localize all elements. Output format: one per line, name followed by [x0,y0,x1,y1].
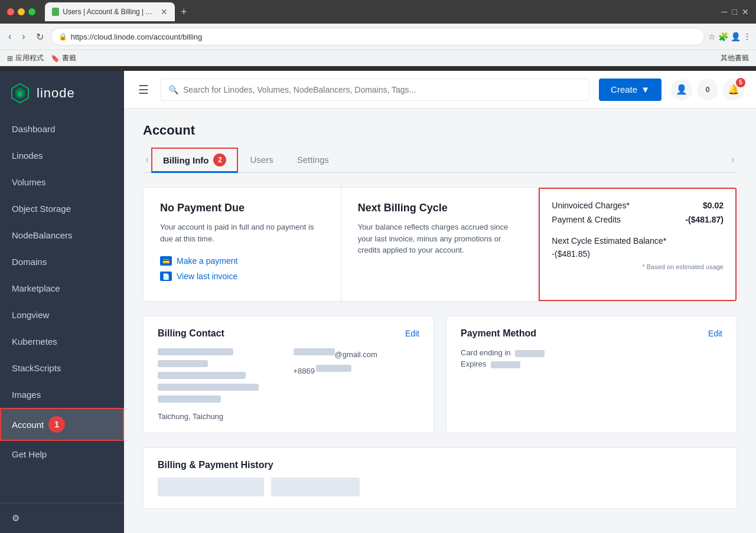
notification-count: 5 [736,78,745,87]
refresh-button[interactable]: ↻ [32,29,47,45]
sidebar-footer: ⚙ [0,503,124,533]
sidebar-item-stackscripts[interactable]: StackScripts [0,355,124,381]
card-ending-row: Card ending in [461,348,722,357]
maximize-btn[interactable] [28,8,35,15]
payment-credits-row: Payment & Credits -($481.87) [552,215,724,224]
browser-nav: ‹ › ↻ 🔒 https://cloud.linode.com/account… [0,24,756,50]
city-text: Taichung, Taichung [158,412,419,421]
user-profile-button[interactable]: 👤 [671,79,692,100]
tabs-container: ‹ Billing Info 2 Users Settings › [143,148,737,173]
gear-icon: ⚙ [12,513,19,524]
extensions-icon[interactable]: 🧩 [718,32,728,41]
sidebar-item-marketplace[interactable]: Marketplace [0,275,124,302]
notifications-zero-button[interactable]: 0 [697,79,718,100]
view-invoice-link[interactable]: 📄 View last invoice [160,272,324,281]
history-filter-1[interactable] [158,478,264,496]
billing-contact-header: Billing Contact Edit [158,328,419,339]
sidebar-item-images[interactable]: Images [0,381,124,408]
no-payment-desc: Your account is paid in full and no paym… [160,221,324,244]
card-number-redacted [515,350,545,357]
star-icon[interactable]: ☆ [708,32,716,41]
sidebar-object-storage-label: Object Storage [12,204,71,214]
forward-button[interactable]: › [18,29,28,44]
sidebar-item-account[interactable]: Account 1 [0,408,124,441]
close-window-icon[interactable]: ✕ [742,7,749,17]
menu-icon[interactable]: ⋮ [743,32,751,41]
payment-credits-value: -($481.87) [685,215,724,224]
sidebar-get-help-label: Get Help [12,449,47,459]
tab-scroll-right-icon[interactable]: › [729,153,737,166]
back-button[interactable]: ‹ [5,29,15,44]
uninvoiced-charges-row: Uninvoiced Charges* $0.02 [552,201,724,210]
close-btn[interactable] [7,8,14,15]
next-cycle-balance-row: Next Cycle Estimated Balance* -($481.85) [552,231,724,259]
tab-users[interactable]: Users [238,149,285,172]
profile-icon[interactable]: 👤 [731,32,741,41]
sidebar-volumes-label: Volumes [12,177,46,187]
sidebar-item-domains[interactable]: Domains [0,248,124,275]
restore-window-icon[interactable]: □ [732,7,737,17]
bookmark-bookmarks[interactable]: 🔖 書籤 [51,53,76,63]
tab-users-label: Users [250,155,273,165]
sidebar-kubernetes-label: Kubernetes [12,336,57,346]
sidebar-logo: linode [0,71,124,116]
phone-redacted [316,365,351,372]
browser-tab[interactable]: Users | Account & Billing | Acco... ✕ [45,2,175,21]
sidebar: linode Dashboard Linodes Volumes Object … [0,71,124,533]
phone-prefix: +8869 [294,367,315,375]
address-bar[interactable]: 🔒 https://cloud.linode.com/account/billi… [51,28,705,45]
settings-button[interactable]: ⚙ [12,513,112,524]
notifications-button[interactable]: 🔔 5 [723,79,744,100]
minimize-window-icon[interactable]: ─ [722,7,728,17]
sidebar-item-volumes[interactable]: Volumes [0,169,124,195]
payment-method-card: Payment Method Edit Card ending in Expir… [446,316,737,433]
card-ending-label: Card ending in [461,348,511,357]
sidebar-dashboard-label: Dashboard [12,124,55,134]
payment-method-title: Payment Method [461,328,536,339]
window-controls [7,8,35,15]
contact-name2-redacted [158,360,208,367]
search-icon: 🔍 [168,85,178,94]
next-billing-title: Next Billing Cycle [358,202,522,214]
browser-titlebar: Users | Account & Billing | Acco... ✕ + … [0,0,756,24]
make-payment-link[interactable]: 💳 Make a payment [160,256,324,266]
page-content: Account ‹ Billing Info 2 Users Settings … [124,109,756,533]
billing-cards: No Payment Due Your account is paid in f… [143,187,737,302]
sidebar-item-get-help[interactable]: Get Help [0,441,124,467]
sidebar-item-nodebalancers[interactable]: NodeBalancers [0,222,124,248]
bookmark-apps[interactable]: ⊞ 应用程式 [7,53,44,63]
sidebar-item-kubernetes[interactable]: Kubernetes [0,328,124,355]
sidebar-domains-label: Domains [12,257,47,267]
uninvoiced-label: Uninvoiced Charges* [552,201,630,210]
sidebar-item-dashboard[interactable]: Dashboard [0,116,124,142]
tab-scroll-left-icon[interactable]: ‹ [143,153,151,166]
search-input[interactable] [183,85,582,94]
search-bar[interactable]: 🔍 [161,79,589,101]
contact-name-redacted [158,348,233,355]
bookmark-other[interactable]: 其他書籤 [721,53,749,63]
top-header: ☰ 🔍 Create ▼ 👤 0 🔔 5 [124,71,756,109]
payment-method-edit-link[interactable]: Edit [708,329,722,338]
tab-billing-info[interactable]: Billing Info 2 [151,148,238,173]
invoice-icon: 📄 [160,272,172,281]
create-button[interactable]: Create ▼ [599,79,662,101]
tab-settings[interactable]: Settings [285,149,341,172]
linode-logo-text: linode [37,86,75,101]
new-tab-button[interactable]: + [177,6,191,18]
lock-icon: 🔒 [58,32,67,41]
no-payment-card: No Payment Due Your account is paid in f… [144,188,341,301]
tab-favicon [52,8,59,16]
hamburger-menu-button[interactable]: ☰ [136,80,151,99]
zero-badge: 0 [705,85,709,94]
create-label: Create [611,84,637,94]
email-suffix: @gmail.com [335,350,377,359]
minimize-btn[interactable] [18,8,25,15]
sidebar-item-linodes[interactable]: Linodes [0,142,124,169]
billing-contact-edit-link[interactable]: Edit [405,329,419,338]
history-filter-2[interactable] [271,478,360,496]
sidebar-item-longview[interactable]: Longview [0,302,124,328]
tab-close-icon[interactable]: ✕ [161,7,168,17]
sidebar-item-object-storage[interactable]: Object Storage [0,195,124,222]
contact-details-row: @gmail.com +8869 [158,348,419,407]
url-text: https://cloud.linode.com/account/billing [71,32,203,41]
